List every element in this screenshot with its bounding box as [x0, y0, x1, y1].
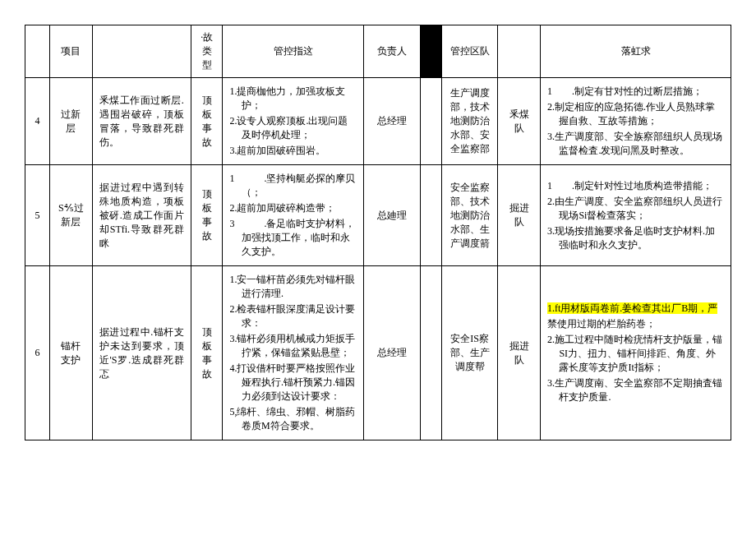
col-type-header: ·故类型 [191, 25, 223, 78]
cell-desc: 据进过程中遇到转殊地质构造，项板被砑.造成工作面片却STfi.导致群死群眯 [92, 165, 191, 266]
table-row: 4过新层釆煤工作面过断层.遇围岩破碎，顶板冒落，导致群死群伤。顶板事故1.提商枷… [25, 78, 731, 165]
col-team-header [498, 25, 541, 78]
cell-dept: 安全监察部、技术地测防治水部、生产调度箭 [441, 165, 498, 266]
cell-impl: 1 .制定有甘对性的过断层措施；2.制定相应的应急拓德.作业人员熟球掌握自救、互… [541, 78, 731, 165]
cell-owner: 总经理 [364, 78, 421, 165]
col-project-header: 项目 [50, 25, 93, 78]
control-table: 项目 ·故类型 管控指这 负责人 管控区队 落虹求 4过新层釆煤工作面过断层.遇… [25, 25, 731, 440]
table-row: 5S⅘过新层据进过程中遇到转殊地质构造，项板被砑.造成工作面片却STfi.导致群… [25, 165, 731, 266]
col-blank-header [421, 25, 442, 78]
cell-team: 掘进队 [498, 165, 541, 266]
col-dept-header: 管控区队 [441, 25, 498, 78]
cell-dept: 生产调度部，技术地测防治水部、安全监察部 [441, 78, 498, 165]
cell-project: S⅘过新层 [50, 165, 93, 266]
cell-project: 锚杆支护 [50, 266, 93, 440]
cell-control: 1 .坚持枸艇必探的摩贝（；2.超前加周破碎构造带；3 .备足临时支护材料，加强… [223, 165, 364, 266]
cell-team: 掘进队 [498, 266, 541, 440]
cell-idx: 5 [25, 165, 50, 266]
col-control-header: 管控指这 [223, 25, 364, 78]
cell-team: 釆煤队 [498, 78, 541, 165]
cell-type: 顶板事故 [191, 165, 223, 266]
cell-impl: 1 .制定针对性过地质构造带措能；2.由生产调度、安全监察部纽织人员进行现场Si… [541, 165, 731, 266]
cell-dept: 安全IS察部、生产调度帮 [441, 266, 498, 440]
table-row: 6锚杆支护据进过程中.锚杆支护未达到要求，顶近'S罗.迭成群死群忑顶板事故1.安… [25, 266, 731, 440]
col-impl-header: 落虹求 [541, 25, 731, 78]
cell-type: 顶板事故 [191, 266, 223, 440]
cell-blank [421, 165, 442, 266]
cell-owner: 总经理 [364, 266, 421, 440]
cell-idx: 6 [25, 266, 50, 440]
cell-blank [421, 78, 442, 165]
cell-desc: 釆煤工作面过断层.遇围岩破碎，顶板冒落，导致群死群伤。 [92, 78, 191, 165]
table-body: 4过新层釆煤工作面过断层.遇围岩破碎，顶板冒落，导致群死群伤。顶板事故1.提商枷… [25, 78, 731, 440]
col-idx-header [25, 25, 50, 78]
header-row: 项目 ·故类型 管控指这 负责人 管控区队 落虹求 [25, 25, 731, 78]
cell-project: 过新层 [50, 78, 93, 165]
cell-control: 1.安一锚杆苗必须先对锚杆眼进行清理.2.检表锚杆眼深度满足设计要求：3.锚杆必… [223, 266, 364, 440]
cell-type: 顶板事故 [191, 78, 223, 165]
cell-owner: 总廸理 [364, 165, 421, 266]
col-owner-header: 负责人 [364, 25, 421, 78]
cell-idx: 4 [25, 78, 50, 165]
cell-impl: 1.ft用材版両卷前.姜检查其出厂B期，严禁使用过期的栏胎药巻；2.施工过程中随… [541, 266, 731, 440]
cell-desc: 据进过程中.锚杆支护未达到要求，顶近'S罗.迭成群死群忑 [92, 266, 191, 440]
cell-blank [421, 266, 442, 440]
col-desc-header [92, 25, 191, 78]
cell-control: 1.提商枷他力，加强攻板支护；2.设专人观察顶板.出现问题及时停机处理；3.超前… [223, 78, 364, 165]
